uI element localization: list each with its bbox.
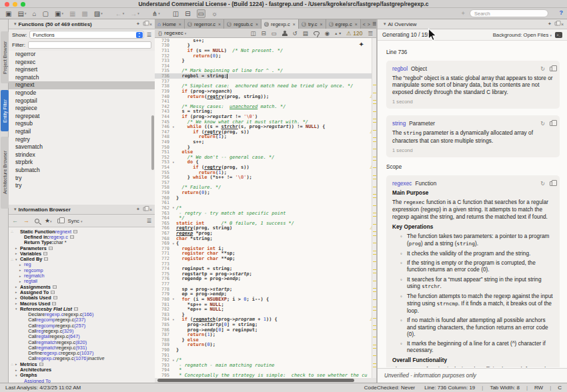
side-tab-project-browser[interactable]: Project Browser (1, 31, 9, 83)
expand-box-icon[interactable] (70, 235, 74, 239)
expand-box-icon[interactable] (74, 307, 78, 311)
language-mode[interactable]: C (558, 385, 562, 391)
expand-box-icon[interactable] (49, 247, 53, 250)
split-horizontal-icon[interactable]: ⊟ (185, 10, 190, 17)
search-icon[interactable] (35, 219, 39, 223)
copy-icon[interactable] (550, 121, 554, 126)
function-list-item[interactable]: regoptail (9, 97, 155, 105)
close-icon[interactable]: × (149, 22, 152, 27)
tree-row[interactable]: Assigned To (9, 378, 155, 383)
annotation-ruler[interactable] (372, 38, 376, 378)
split-vertical-icon[interactable]: ◫ (250, 30, 255, 37)
side-tab-entity-filter[interactable]: Entity Filter (1, 90, 9, 131)
code-line[interactable]: 756 } while (*s++ != '\0'); (155, 175, 376, 180)
open-folder-icon[interactable]: ▣ (5, 10, 11, 17)
split-horizontal-icon[interactable]: ⊟ (261, 30, 265, 37)
function-list-item[interactable]: strpbrk (9, 159, 155, 167)
function-list-item[interactable]: try (9, 175, 155, 183)
dependency-graph-icon[interactable]: ⋔▾ (152, 10, 160, 17)
fold-icon[interactable]: ▾ (171, 359, 176, 362)
entity-link[interactable]: regexec (392, 180, 412, 187)
favorites-icon[interactable]: ★▾ (45, 217, 52, 224)
back-icon[interactable]: ←▾ (115, 10, 125, 17)
function-list-item[interactable]: regexec (9, 59, 155, 67)
single-window-icon[interactable]: ▭ (271, 30, 277, 37)
function-list-item[interactable]: regrepeat (9, 113, 155, 121)
code-line[interactable]: 790} (155, 347, 376, 353)
book-icon[interactable]: ▤▾ (17, 10, 26, 17)
background-dropdown[interactable]: Background: Open Files ▾ (493, 32, 552, 38)
copy-icon[interactable] (550, 67, 554, 71)
entity-info-icon[interactable] (282, 31, 288, 36)
code-line[interactable]: 760} (155, 195, 376, 201)
function-list-item[interactable]: regnode (9, 89, 155, 97)
expand-box-icon[interactable] (43, 252, 47, 255)
save-all-icon[interactable]: ▩ (81, 10, 87, 17)
float-icon[interactable] (143, 21, 147, 27)
expand-box-icon[interactable] (52, 302, 56, 305)
pin-icon[interactable]: ✦ (548, 21, 552, 27)
architecture-icon[interactable]: ☼ (211, 10, 217, 17)
code-line[interactable]: 795 * Conceptually the strategy is simpl… (155, 373, 376, 378)
fold-icon[interactable]: ▾ (171, 125, 176, 129)
code-line[interactable]: 733 } (155, 58, 376, 63)
expand-box-icon[interactable] (73, 230, 77, 233)
code-line[interactable]: 736 regbol = string; (155, 73, 376, 79)
help-button[interactable]: ? (560, 9, 564, 16)
function-list-item[interactable]: regerror (9, 51, 155, 59)
regenerate-icon[interactable]: ↻ (540, 66, 545, 72)
function-list-item[interactable]: strindex (9, 151, 155, 159)
float-icon[interactable] (143, 207, 147, 212)
expand-box-icon[interactable] (39, 363, 43, 366)
editor-tab-home[interactable]: ⌂Home× (155, 19, 185, 29)
fold-icon[interactable]: ▾ (171, 318, 176, 321)
search-input[interactable]: Search (470, 9, 548, 17)
show-dropdown[interactable]: Functions ▴▾ (29, 31, 144, 39)
horizontal-scrollbar[interactable] (155, 378, 376, 383)
entity-link[interactable]: string (392, 120, 406, 127)
close-tab-icon[interactable]: × (179, 22, 181, 27)
fold-icon[interactable]: ▾ (171, 242, 176, 245)
code-area[interactable]: 729 s++;730 }731 if (s == NULL) /* Not p… (155, 38, 376, 378)
split-vertical-icon[interactable]: ◫ (173, 10, 179, 17)
function-list-item[interactable]: regtry (9, 136, 155, 144)
expand-box-icon[interactable] (44, 257, 48, 261)
regenerate-icon[interactable]: ↻ (540, 181, 545, 187)
home-icon[interactable]: ⌂ (32, 10, 36, 17)
next-icon[interactable]: ▾ (339, 31, 341, 35)
collapse-icon[interactable]: ▾ (14, 21, 17, 27)
function-list-item[interactable]: regmatch (9, 74, 155, 82)
code-line[interactable]: 740 return(regtry(prog, string));⚠ (155, 94, 376, 99)
close-icon[interactable]: × (149, 207, 152, 212)
pin-icon[interactable]: ✦ (136, 21, 140, 27)
ai-sparkle-icon[interactable]: ✦ (359, 41, 364, 48)
scrollbar-thumb[interactable] (157, 379, 354, 382)
tab-scroll-left-icon[interactable]: < (363, 22, 366, 27)
copy-icon[interactable] (57, 219, 61, 223)
fold-icon[interactable]: ▾ (171, 161, 176, 164)
function-list-item[interactable]: reginsert (9, 66, 155, 74)
panel-menu-icon[interactable]: ☰ (147, 218, 151, 224)
sync-dropdown[interactable]: Sync ▾ (68, 218, 83, 224)
fold-icon[interactable]: ▾ (171, 297, 176, 301)
side-tab-architecture-browser[interactable]: Architecture Browser (1, 137, 9, 209)
warnings-badge[interactable]: ⚠ 120 (346, 30, 362, 37)
panel-menu-icon[interactable]: ☰ (147, 32, 151, 38)
function-list-scrollbar[interactable] (151, 115, 154, 170)
single-window-icon[interactable]: ▭ (197, 9, 205, 18)
close-tab-icon[interactable]: × (293, 22, 296, 27)
collapse-icon[interactable]: ▾ (384, 21, 386, 27)
comments-icon[interactable] (314, 31, 320, 35)
close-tab-icon[interactable]: × (218, 22, 221, 27)
expand-box-icon[interactable] (53, 296, 57, 299)
tab-scroll-right-icon[interactable]: > (368, 22, 370, 27)
back-icon[interactable]: ← (12, 217, 18, 224)
expand-box-icon[interactable] (53, 285, 57, 289)
expand-box-icon[interactable] (51, 291, 55, 294)
history-icon[interactable]: ↺ (293, 30, 298, 37)
code-line[interactable]: 772 register char **ep; (155, 256, 376, 261)
forward-icon[interactable]: → (23, 217, 29, 224)
close-icon[interactable]: × (561, 22, 564, 27)
terminal-icon[interactable]: >_ (555, 32, 562, 38)
function-list-item[interactable]: regnext (9, 81, 155, 89)
